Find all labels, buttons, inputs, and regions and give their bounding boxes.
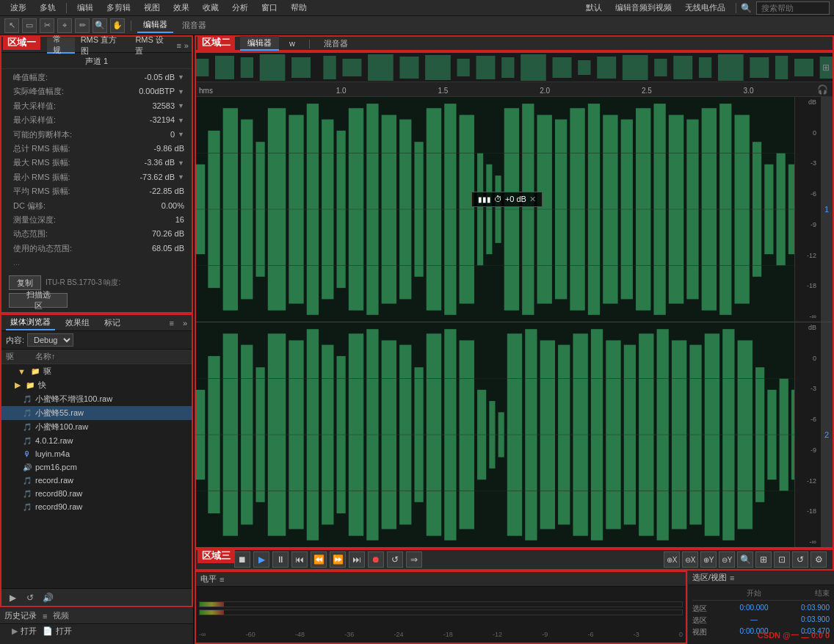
db-label-3-1: -3 bbox=[797, 159, 819, 167]
tool-select[interactable]: ▭ bbox=[22, 18, 37, 33]
media-volume-btn[interactable]: 🔊 bbox=[41, 591, 54, 604]
media-play-btn[interactable]: ▶ bbox=[6, 591, 19, 604]
list-item[interactable]: 🎵 record80.raw bbox=[1, 487, 192, 500]
tool-razor[interactable]: ✂ bbox=[40, 18, 54, 33]
tree-folder-drive[interactable]: ▼ 📁 驱 bbox=[1, 364, 192, 378]
tool-hand[interactable]: ✋ bbox=[110, 18, 125, 33]
list-item[interactable]: 🎵 小蜜蜂不增强100.raw bbox=[1, 392, 192, 406]
editor-tab-main[interactable]: 编辑器 bbox=[240, 36, 279, 51]
menu-view[interactable]: 视图 bbox=[138, 1, 166, 15]
transport-loop[interactable]: ↺ bbox=[387, 551, 403, 568]
svg-rect-4 bbox=[260, 54, 286, 81]
file-name-3: 小蜜蜂100.raw bbox=[35, 422, 88, 433]
tool-draw[interactable]: ✏ bbox=[75, 18, 90, 33]
level-menu-icon[interactable]: ≡ bbox=[220, 575, 224, 584]
copy-button[interactable]: 复制 bbox=[9, 275, 41, 290]
transport-bounce[interactable]: ⇒ bbox=[406, 551, 422, 568]
tooltip-close-icon[interactable]: ✕ bbox=[529, 195, 536, 204]
zoom-out-y[interactable]: ⊖Y bbox=[719, 551, 735, 568]
list-item[interactable]: 🔊 pcm16.pcm bbox=[1, 460, 192, 474]
db-ruler-container: dB 0 -3 -6 -9 -12 -18 -∞ dB 0 -3 -6 bbox=[794, 97, 821, 547]
zoom-in-x[interactable]: ⊕X bbox=[664, 551, 680, 568]
menu-edit[interactable]: 编辑 bbox=[71, 1, 99, 15]
tree-folder-fast[interactable]: ▶ 📁 快 bbox=[1, 378, 192, 392]
list-item[interactable]: 🎵 小蜜蜂55.raw bbox=[1, 406, 192, 420]
file-name-1: 小蜜蜂不增强100.raw bbox=[35, 394, 112, 405]
transport-record[interactable]: ⏺ bbox=[368, 551, 384, 568]
menu-effects[interactable]: 效果 bbox=[167, 1, 195, 15]
zoom-selection[interactable]: ⊞ bbox=[755, 551, 772, 568]
tab-markers[interactable]: 标记 bbox=[100, 316, 125, 330]
list-item[interactable]: 🎵 小蜜蜂100.raw bbox=[1, 420, 192, 434]
transport-fast-forward[interactable]: ⏩ bbox=[330, 551, 346, 568]
transport-go-end[interactable]: ⏭ bbox=[349, 551, 365, 568]
amp-panel-expand-icon[interactable]: » bbox=[184, 41, 189, 50]
itu-label: ITU-R BS.1770-3 响度: bbox=[46, 278, 120, 288]
transport-stop[interactable]: ⏹ bbox=[234, 551, 250, 568]
transport-go-start[interactable]: ⏮ bbox=[291, 551, 308, 568]
editor-tabs: 区域二 编辑器 w | 混音器 bbox=[195, 35, 834, 51]
menu-help[interactable]: 帮助 bbox=[285, 1, 313, 15]
stat-rms-min-label: 最小 RMS 振幅: bbox=[13, 172, 70, 183]
zoom-reset[interactable]: ↺ bbox=[792, 551, 808, 568]
editor-tab-active[interactable]: 编辑器 bbox=[137, 18, 173, 33]
amplitude-panel: 区域一 常规 RMS 直方图 RMS 设置 ≡ » 声道 1 峰值幅度: -0.… bbox=[0, 35, 193, 314]
list-item[interactable]: 🎵 record90.raw bbox=[1, 500, 192, 513]
tab-effects-rack[interactable]: 效果组 bbox=[61, 316, 94, 330]
tab-normal[interactable]: 常规 bbox=[47, 37, 74, 54]
sel-region-start: — bbox=[750, 615, 758, 626]
menu-favorites[interactable]: 收藏 bbox=[197, 1, 225, 15]
list-item[interactable]: 🎵 record.raw bbox=[1, 474, 192, 487]
menu-default[interactable]: 默认 bbox=[580, 1, 608, 15]
history-menu-icon[interactable]: ≡ bbox=[43, 612, 47, 621]
search-input[interactable] bbox=[756, 1, 830, 15]
tab-rms-histogram[interactable]: RMS 直方图 bbox=[75, 37, 130, 54]
tab-rms-settings[interactable]: RMS 设置 bbox=[129, 37, 176, 54]
video-tab[interactable]: 视频 bbox=[53, 610, 69, 621]
selection-menu-icon[interactable]: ≡ bbox=[730, 574, 734, 582]
menu-edit-audio-video[interactable]: 编辑音频到视频 bbox=[609, 1, 678, 15]
editor-tab-w[interactable]: w bbox=[282, 36, 302, 51]
transport-rewind[interactable]: ⏪ bbox=[311, 551, 327, 568]
zoom-fit[interactable]: ⊡ bbox=[774, 551, 790, 568]
menu-window[interactable]: 窗口 bbox=[255, 1, 283, 15]
media-loop-btn[interactable]: ↺ bbox=[23, 591, 37, 604]
file-tree[interactable]: ▼ 📁 驱 ▶ 📁 快 🎵 小蜜蜂不增强100.raw 🎵 小蜜蜂55.raw bbox=[1, 364, 192, 588]
zoom-in-y[interactable]: ⊕Y bbox=[700, 551, 717, 568]
stat-dynamic: 动态范围: 70.26 dB bbox=[1, 227, 192, 241]
zoom-settings[interactable]: ⚙ bbox=[811, 551, 827, 568]
zoom-out-x[interactable]: ⊖X bbox=[682, 551, 698, 568]
media-panel-menu-icon[interactable]: ≡ bbox=[169, 319, 173, 328]
db-label-0-2: 0 bbox=[797, 355, 819, 362]
headphone-icon[interactable]: 🎧 bbox=[817, 84, 828, 95]
level-ruler: -∞ -60 -48 -36 -24 -18 -12 -9 -6 -3 0 bbox=[199, 631, 683, 640]
editor-tab-mixer[interactable]: 混音器 bbox=[316, 36, 355, 51]
stats-table: 峰值幅度: -0.05 dB▼ 实际峰值幅度: 0.00dBTP▼ 最大采样值:… bbox=[1, 69, 192, 271]
channel-number-1[interactable]: 1 bbox=[821, 97, 833, 322]
menu-multiclip[interactable]: 多剪辑 bbox=[101, 1, 137, 15]
transport-play[interactable]: ▶ bbox=[253, 551, 269, 568]
overview-zoom-icon[interactable]: ⊞ bbox=[822, 62, 830, 73]
history-tab[interactable]: 历史记录 bbox=[4, 610, 37, 621]
tool-cursor[interactable]: ↖ bbox=[4, 18, 19, 33]
region3-label: 区域三 bbox=[197, 549, 235, 563]
transport-pause[interactable]: ⏸ bbox=[272, 551, 289, 568]
media-panel-expand-icon[interactable]: » bbox=[183, 319, 187, 328]
amp-panel-menu-icon[interactable]: ≡ bbox=[176, 41, 181, 50]
scan-button[interactable]: 扫描选区 bbox=[9, 293, 68, 308]
tool-heal[interactable]: ⌖ bbox=[57, 18, 72, 33]
list-item[interactable]: 🎙 luyin.m4a bbox=[1, 447, 192, 460]
menu-multitrack[interactable]: 多轨 bbox=[34, 1, 62, 15]
tool-zoom[interactable]: 🔍 bbox=[93, 18, 107, 33]
editor-tab-mixer-header[interactable]: 混音器 bbox=[176, 18, 212, 32]
channel-number-2[interactable]: 2 bbox=[821, 322, 833, 547]
tab-media-browser[interactable]: 媒体浏览器 bbox=[6, 315, 55, 330]
zoom-full[interactable]: 🔍 bbox=[737, 551, 753, 568]
menu-analyze[interactable]: 分析 bbox=[226, 1, 254, 15]
list-item[interactable]: 🎵 4.0.12.raw bbox=[1, 434, 192, 447]
media-content-select[interactable]: Debug bbox=[27, 333, 73, 347]
svg-rect-3 bbox=[241, 57, 253, 78]
menu-radio[interactable]: 无线电作品 bbox=[679, 1, 731, 15]
stat-clip: 可能的剪断样本: 0▼ bbox=[1, 128, 192, 142]
menu-waveform[interactable]: 波形 bbox=[4, 1, 32, 15]
